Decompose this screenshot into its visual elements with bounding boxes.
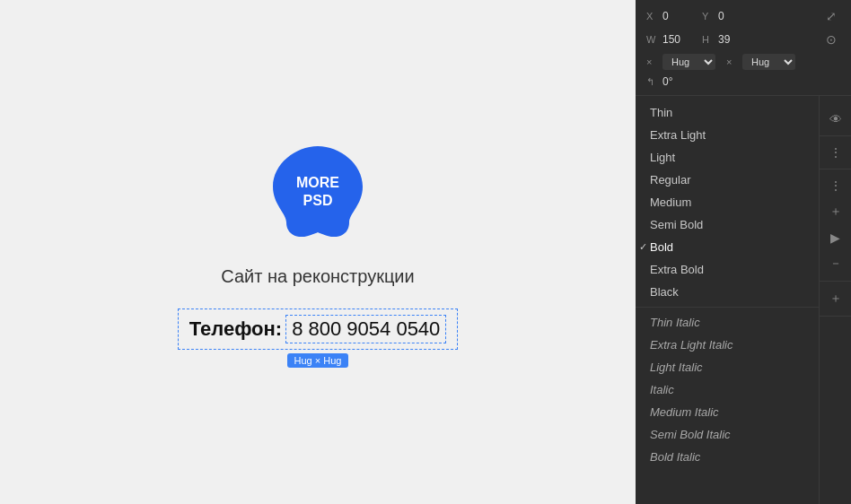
angle-value: 0° — [662, 75, 698, 88]
x-label: X — [646, 11, 659, 22]
canvas: MORE PSD Сайт на реконструкции Телефон: … — [0, 0, 636, 504]
hug-y-prefix: × — [726, 56, 739, 67]
phone-label: Телефон: — [189, 317, 283, 341]
hug-row: × Hug Fixed Fill × Hug Fixed Fill — [646, 54, 840, 70]
phone-block: Телефон: 8 800 9054 0540 Hug × Hug — [178, 308, 459, 368]
font-weight-extra-light-italic[interactable]: Extra Light Italic — [636, 334, 819, 356]
font-weight-semi-bold-label: Semi Bold — [650, 218, 703, 231]
font-weight-extra-light-label: Extra Light — [650, 128, 706, 142]
font-weight-bold[interactable]: ✓ Bold — [636, 236, 819, 258]
font-weight-italic[interactable]: Italic — [636, 378, 819, 401]
font-weight-black-label: Black — [650, 285, 679, 299]
dots-small-icon[interactable]: ⋮ — [820, 177, 851, 195]
add-bottom-icon[interactable]: ＋ — [820, 289, 851, 308]
link-dimensions-icon[interactable]: ⊙ — [822, 30, 840, 48]
font-weight-semi-bold[interactable]: Semi Bold — [636, 213, 819, 236]
angle-icon: ↰ — [646, 76, 659, 88]
right-panel: X 0 Y 0 ⤢ W 150 H 39 ⊙ × Hug Fixed Fill … — [636, 0, 851, 504]
h-label: H — [702, 34, 715, 45]
action-icon-group: ⋮ ＋ ▶ － — [820, 169, 851, 282]
w-value: 150 — [662, 33, 698, 46]
font-weight-light-italic[interactable]: Light Italic — [636, 356, 819, 378]
font-weight-light-label: Light — [650, 151, 675, 164]
dots-icon[interactable]: ⋮ — [820, 143, 851, 161]
font-weight-medium[interactable]: Medium — [636, 191, 819, 213]
xy-row: X 0 Y 0 ⤢ — [646, 7, 840, 25]
hug-y-select[interactable]: Hug Fixed Fill — [742, 54, 795, 70]
font-weight-light[interactable]: Light — [636, 146, 819, 169]
font-weight-regular[interactable]: Regular — [636, 169, 819, 191]
check-icon: ✓ — [639, 241, 647, 253]
svg-text:PSD: PSD — [303, 193, 333, 208]
reconstruction-text: Сайт на реконструкции — [221, 266, 414, 287]
subtract-icon[interactable]: － — [820, 254, 851, 274]
font-weight-thin-italic[interactable]: Thin Italic — [636, 311, 819, 334]
font-weight-black[interactable]: Black — [636, 281, 819, 303]
hug-x-prefix: × — [646, 56, 659, 67]
font-weight-medium-italic-label: Medium Italic — [650, 405, 719, 419]
font-weight-thin-italic-label: Thin Italic — [650, 316, 700, 329]
bottom-icon-group: ＋ — [820, 282, 851, 317]
font-weight-list: Thin Extra Light Light Regular Medium Se… — [636, 96, 819, 504]
y-label: Y — [702, 11, 715, 22]
font-weight-light-italic-label: Light Italic — [650, 361, 703, 374]
font-weight-bold-label: Bold — [650, 240, 673, 254]
svg-text:MORE: MORE — [296, 175, 339, 190]
font-weight-semi-bold-italic[interactable]: Semi Bold Italic — [636, 423, 819, 446]
font-weight-extra-bold[interactable]: Extra Bold — [636, 258, 819, 281]
top-icon-group: 👁 — [820, 103, 851, 136]
font-weight-bold-italic[interactable]: Bold Italic — [636, 446, 819, 468]
w-label: W — [646, 34, 659, 45]
phone-row: Телефон: 8 800 9054 0540 — [178, 308, 459, 350]
arrow-right-icon[interactable]: ▶ — [820, 229, 851, 247]
font-weight-medium-italic[interactable]: Medium Italic — [636, 401, 819, 423]
hug-x-select[interactable]: Hug Fixed Fill — [662, 54, 715, 70]
properties-bar: X 0 Y 0 ⤢ W 150 H 39 ⊙ × Hug Fixed Fill … — [636, 0, 851, 96]
phone-number: 8 800 9054 0540 — [285, 315, 446, 343]
x-value: 0 — [662, 10, 698, 22]
wh-row: W 150 H 39 ⊙ — [646, 30, 840, 48]
font-weight-bold-italic-label: Bold Italic — [650, 450, 700, 464]
dropdown-panel: Thin Extra Light Light Regular Medium Se… — [636, 96, 851, 504]
font-weight-extra-bold-label: Extra Bold — [650, 263, 704, 276]
font-weight-semi-bold-italic-label: Semi Bold Italic — [650, 428, 731, 441]
font-weight-extra-light[interactable]: Extra Light — [636, 124, 819, 146]
y-value: 0 — [718, 10, 754, 22]
right-icons-column: 👁 ⋮ ⋮ ＋ ▶ － ＋ — [819, 96, 851, 504]
divider — [636, 307, 819, 308]
font-weight-thin[interactable]: Thin — [636, 101, 819, 124]
font-weight-italic-label: Italic — [650, 383, 674, 396]
font-weight-regular-label: Regular — [650, 173, 691, 187]
font-weight-thin-label: Thin — [650, 106, 672, 119]
eye-icon[interactable]: 👁 — [820, 110, 851, 128]
font-weight-extra-light-italic-label: Extra Light Italic — [650, 338, 733, 352]
expand-icon[interactable]: ⤢ — [822, 7, 840, 25]
middle-icon-group: ⋮ — [820, 136, 851, 169]
angle-row: ↰ 0° — [646, 75, 840, 88]
logo: MORE PSD — [264, 137, 372, 245]
h-value: 39 — [718, 33, 754, 46]
hug-badge: Hug × Hug — [287, 353, 349, 368]
add-icon[interactable]: ＋ — [820, 202, 851, 222]
font-weight-medium-label: Medium — [650, 196, 691, 209]
